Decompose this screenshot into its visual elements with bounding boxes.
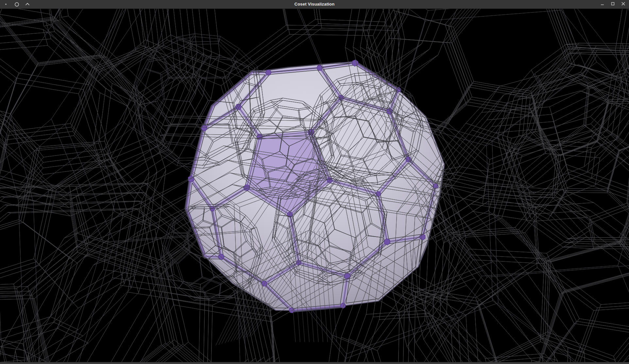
close-button[interactable] — [621, 1, 625, 7]
minimize-icon — [600, 2, 604, 7]
dot-icon[interactable] — [3, 1, 9, 7]
maximize-button[interactable] — [610, 1, 615, 7]
window-bottom-border — [0, 362, 629, 364]
close-icon — [621, 2, 625, 7]
circle-icon[interactable] — [14, 1, 20, 7]
titlebar[interactable]: Coset Visualization — [0, 0, 629, 9]
maximize-icon — [611, 2, 615, 7]
window-title: Coset Visualization — [295, 0, 335, 8]
window-controls — [600, 1, 629, 7]
minimize-button[interactable] — [600, 1, 604, 7]
viewport-canvas[interactable] — [0, 9, 629, 362]
titlebar-left-icons — [0, 1, 30, 7]
viewport[interactable] — [0, 9, 629, 362]
app-window: Coset Visualization — [0, 0, 629, 364]
chevron-up-icon[interactable] — [25, 1, 30, 7]
